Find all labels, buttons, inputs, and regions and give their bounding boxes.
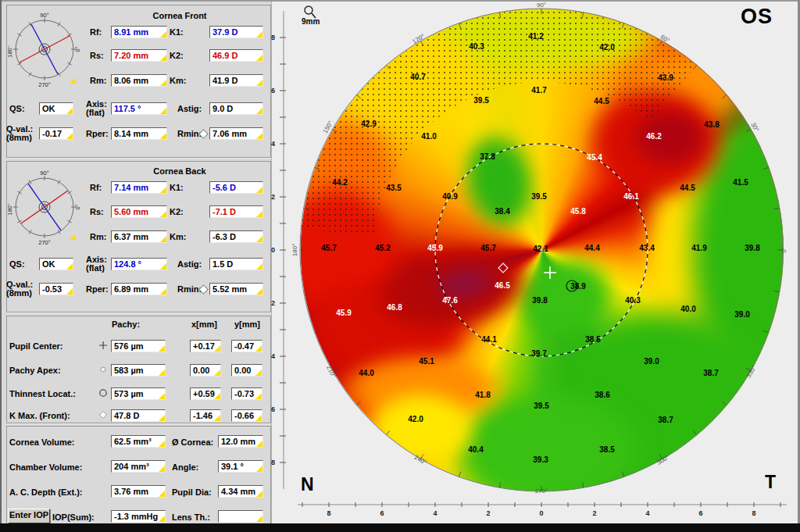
back-k2-label: K2: bbox=[170, 208, 184, 216]
front-rs-field: 7.20 mm bbox=[111, 49, 167, 62]
topography-map-area bbox=[271, 0, 800, 524]
note-triangle-icon bbox=[256, 55, 262, 61]
steep-axis-line bbox=[21, 191, 68, 223]
front-rs-label: Rs: bbox=[90, 52, 104, 60]
back-rm-label: Rm: bbox=[90, 233, 106, 241]
dial-0-label: 0° bbox=[74, 46, 81, 52]
dial-180-label: 180° bbox=[8, 203, 13, 216]
back-rper-label: Rper: bbox=[86, 285, 109, 294]
front-rm-field: 8.06 mm bbox=[111, 74, 167, 87]
front-k2-label: K2: bbox=[170, 52, 184, 60]
note-triangle-icon bbox=[66, 288, 73, 295]
note-triangle-icon bbox=[256, 466, 262, 472]
back-qval-label2: (8mm) bbox=[6, 289, 32, 298]
note-triangle-icon bbox=[159, 415, 165, 421]
back-k1-field: -5.6 D bbox=[209, 181, 263, 194]
d-cornea-field: 12.0 mm bbox=[218, 435, 263, 448]
front-k1-label: K1: bbox=[170, 28, 184, 37]
steep-axis-line bbox=[20, 36, 70, 62]
kmax-x-field: -1.46 bbox=[190, 409, 221, 422]
enter-iop-button[interactable]: Enter IOP bbox=[8, 509, 50, 523]
dial-0-label: 0° bbox=[74, 204, 81, 209]
pachy-apex-label: Pachy Apex: bbox=[9, 366, 61, 375]
thinnest-x-field: +0.59 bbox=[190, 387, 221, 400]
note-triangle-icon bbox=[159, 441, 165, 447]
front-k2-field: 46.9 D bbox=[209, 49, 263, 62]
note-triangle-icon bbox=[255, 370, 262, 376]
back-k1-label: K1: bbox=[170, 184, 184, 192]
note-triangle-icon bbox=[214, 370, 220, 376]
back-axis-label2: (flat) bbox=[86, 264, 105, 273]
curvature-map-disk bbox=[301, 9, 784, 491]
thinnest-locat-label: Thinnest Locat.: bbox=[9, 390, 76, 398]
window-bottom-bar bbox=[0, 523, 800, 532]
note-triangle-icon bbox=[70, 234, 76, 240]
thinnest-y-field: -0.73 bbox=[231, 387, 262, 400]
ac-depth-label: A. C. Depth (Ext.): bbox=[9, 488, 83, 497]
back-rmin-field: 5.52 mm bbox=[209, 283, 263, 295]
pupil-center-x-field: +0.17 bbox=[190, 340, 221, 352]
back-rs-label: Rs: bbox=[90, 208, 104, 216]
front-rmin-field: 7.06 mm bbox=[209, 127, 263, 140]
dial-270-label: 270° bbox=[38, 239, 51, 246]
note-triangle-icon bbox=[159, 393, 165, 399]
note-triangle-icon bbox=[256, 441, 262, 447]
front-k1-field: 37.9 D bbox=[209, 26, 263, 38]
back-rf-label: Rf: bbox=[90, 184, 102, 192]
map-color-blob bbox=[347, 377, 495, 479]
pupil-center-label: Pupil Center: bbox=[9, 342, 62, 351]
note-triangle-icon bbox=[159, 491, 165, 497]
front-qval-field: -0.17 bbox=[39, 127, 73, 140]
note-triangle-icon bbox=[256, 211, 262, 217]
front-rm-label: Rm: bbox=[90, 77, 106, 85]
angle-field: 39.1 ° bbox=[218, 460, 263, 473]
d-cornea-label: Ø Cornea: bbox=[172, 438, 213, 447]
front-qs-label: QS: bbox=[9, 105, 25, 113]
note-triangle-icon bbox=[160, 187, 166, 193]
note-triangle-icon bbox=[256, 288, 262, 295]
pachy-col-header: Pachy: bbox=[112, 320, 140, 329]
lens-th-field[interactable] bbox=[218, 510, 263, 523]
front-qval-label2: (8mm) bbox=[6, 134, 32, 142]
back-astig-field: 1.5 D bbox=[209, 258, 263, 270]
back-qs-field: OK bbox=[39, 258, 73, 270]
pachy-apex-x-field: 0.00 bbox=[190, 364, 221, 377]
chamber-volume-label: Chamber Volume: bbox=[9, 463, 82, 472]
eye-side-label: OS bbox=[741, 5, 773, 29]
angle-label: Angle: bbox=[172, 463, 198, 472]
front-axis-label2: (flat) bbox=[86, 109, 105, 117]
window-left-edge bbox=[0, 0, 2, 532]
dial-180-label: 180° bbox=[8, 45, 13, 58]
window-top-edge bbox=[0, 0, 800, 2]
front-rf-field: 8.91 mm bbox=[111, 26, 167, 38]
back-rper-field: 6.89 mm bbox=[111, 283, 167, 295]
note-triangle-icon bbox=[160, 133, 166, 139]
note-triangle-icon bbox=[256, 491, 262, 497]
cornea-front-title: Cornea Front bbox=[125, 12, 234, 20]
front-km-field: 41.9 D bbox=[209, 74, 263, 87]
front-astig-label: Astig: bbox=[177, 105, 202, 113]
note-triangle-icon bbox=[159, 345, 165, 352]
pupil-dia-label: Pupil Dia: bbox=[172, 488, 212, 497]
note-triangle-icon bbox=[160, 236, 166, 242]
note-triangle-icon bbox=[70, 77, 76, 84]
back-k2-field: -7.1 D bbox=[209, 205, 263, 218]
note-triangle-icon bbox=[66, 133, 73, 139]
note-triangle-icon bbox=[256, 236, 262, 242]
note-triangle-icon bbox=[214, 393, 220, 399]
note-triangle-icon bbox=[256, 187, 262, 193]
cornea-volume-label: Cornea Volume: bbox=[9, 438, 75, 447]
back-rs-field: 5.60 mm bbox=[111, 205, 167, 218]
iop-sum-label: IOP(Sum): bbox=[52, 513, 95, 522]
kmax-value-field: 47.8 D bbox=[111, 409, 166, 422]
back-qval-field: -0.53 bbox=[39, 283, 73, 295]
note-triangle-icon bbox=[214, 415, 220, 421]
back-rf-field: 7.14 mm bbox=[111, 181, 167, 194]
note-triangle-icon bbox=[160, 108, 166, 114]
dial-90-label: 90° bbox=[40, 12, 48, 19]
pupil-dia-field: 4.34 mm bbox=[218, 485, 263, 498]
pupil-center-pachy-field: 576 µm bbox=[111, 340, 166, 352]
note-triangle-icon bbox=[256, 108, 262, 114]
pachy-apex-y-field: 0.00 bbox=[231, 364, 262, 377]
back-astig-label: Astig: bbox=[177, 260, 202, 269]
